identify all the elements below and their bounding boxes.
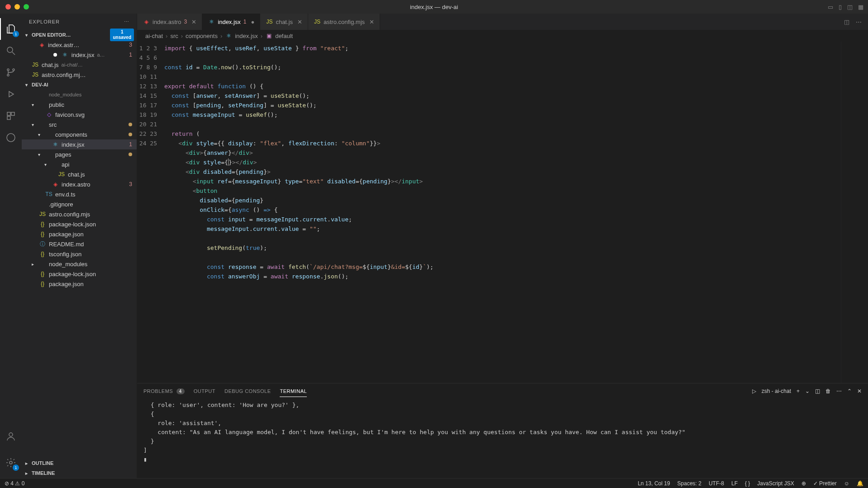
project-section[interactable]: ▾ DEV-AI xyxy=(22,80,137,90)
timeline-section[interactable]: ▸ TIMELINE xyxy=(22,468,137,478)
debug-activity[interactable] xyxy=(0,83,22,105)
tree-item[interactable]: ▾pages xyxy=(22,149,137,159)
bell-icon[interactable]: 🔔 xyxy=(857,480,863,487)
tree-item[interactable]: ▾components xyxy=(22,129,137,139)
tree-item[interactable]: ◈index.astro3 xyxy=(22,179,137,189)
breadcrumb-item[interactable]: src xyxy=(170,33,178,39)
more-icon[interactable]: ⋯ xyxy=(856,19,862,25)
breadcrumb-item[interactable]: index.jsx xyxy=(235,33,258,39)
cursor-position[interactable]: Ln 13, Col 19 xyxy=(638,480,670,487)
account-icon xyxy=(5,431,16,442)
scm-activity[interactable] xyxy=(0,62,22,83)
tree-item[interactable]: ▾api xyxy=(22,159,137,169)
titlebar: index.jsx — dev-ai ▭ ▯ ◫ ▦ xyxy=(0,0,868,14)
eol-status[interactable]: LF xyxy=(731,480,738,487)
chevron-right-icon: ▸ xyxy=(25,461,30,466)
breadcrumb[interactable]: ai-chat›src›components›⚛index.jsx›▣defau… xyxy=(137,30,868,42)
minimize-window[interactable] xyxy=(14,4,20,10)
tree-item[interactable]: ▾src xyxy=(22,120,137,129)
traffic-lights xyxy=(5,4,29,10)
tree-item[interactable]: node_modules xyxy=(22,90,137,100)
extensions-activity[interactable] xyxy=(0,105,22,127)
explorer-activity[interactable]: 1 xyxy=(0,18,22,40)
encoding-status[interactable]: UTF-8 xyxy=(709,480,724,487)
breadcrumb-item[interactable]: default xyxy=(275,33,293,39)
svg-point-3 xyxy=(13,69,14,71)
editor-tab[interactable]: ◈index.astro3✕ xyxy=(137,14,202,30)
output-tab[interactable]: OUTPUT xyxy=(194,386,215,397)
outline-section[interactable]: ▸ OUTLINE xyxy=(22,458,137,468)
editor-tab[interactable]: ⚛index.jsx1● xyxy=(202,14,260,30)
terminal-tab[interactable]: TERMINAL xyxy=(280,386,307,397)
tree-item[interactable]: ◇favicon.svg xyxy=(22,110,137,120)
split-horiz-icon[interactable]: ◫ xyxy=(847,4,853,10)
tree-item[interactable]: {}package.json xyxy=(22,229,137,239)
split-terminal-icon[interactable]: ◫ xyxy=(815,388,820,394)
tree-item[interactable]: JSchat.js xyxy=(22,169,137,179)
tree-item[interactable]: ⚛index.jsx1 xyxy=(22,139,137,149)
open-editors-section[interactable]: ▾ OPEN EDITOR… 1 unsaved xyxy=(22,30,137,40)
git-branch-icon xyxy=(5,67,16,78)
error-warning-status[interactable]: ⊘ 4 ⚠ 0 xyxy=(5,480,24,487)
customize-layout-icon[interactable]: ▦ xyxy=(858,4,863,10)
open-editors-label: OPEN EDITOR… xyxy=(32,32,71,38)
split-editor-icon[interactable]: ◫ xyxy=(844,19,849,25)
debug-tab[interactable]: DEBUG CONSOLE xyxy=(224,386,271,397)
new-terminal-icon[interactable]: + xyxy=(796,388,800,394)
open-editor-item[interactable]: ◈index.astr…3 xyxy=(22,40,137,50)
settings-badge: 1 xyxy=(13,464,19,471)
toggle-sidebar-icon[interactable]: ▯ xyxy=(839,4,842,10)
code-content[interactable]: import { useEffect, useRef, useState } f… xyxy=(164,42,841,383)
tree-item[interactable]: JSastro.config.mjs xyxy=(22,209,137,219)
tree-item[interactable]: ▾public xyxy=(22,100,137,110)
editor-tab[interactable]: JSchat.js✕ xyxy=(260,14,308,30)
tree-item[interactable]: {}package.json xyxy=(22,279,137,289)
feedback-icon[interactable]: ☺ xyxy=(844,480,849,487)
svg-rect-4 xyxy=(7,112,10,115)
terminal-dropdown-icon[interactable]: ⌄ xyxy=(805,388,810,394)
more-icon[interactable]: ⋯ xyxy=(836,388,842,394)
settings-activity[interactable]: 1 xyxy=(0,452,22,474)
code-area[interactable]: 1 2 3 4 5 6 7 8 9 10 11 12 13 14 15 16 1… xyxy=(137,42,868,383)
terminal-name[interactable]: zsh - ai-chat xyxy=(762,388,791,394)
braces-icon[interactable]: { } xyxy=(745,480,750,487)
tree-item[interactable]: ⓘREADME.md xyxy=(22,239,137,249)
close-window[interactable] xyxy=(5,4,11,10)
maximize-panel-icon[interactable]: ⌃ xyxy=(847,388,852,394)
tree-item[interactable]: {}package-lock.json xyxy=(22,219,137,229)
editor-tab[interactable]: JSastro.config.mjs✕ xyxy=(308,14,380,30)
tree-item[interactable]: .gitignore xyxy=(22,199,137,209)
edge-activity[interactable] xyxy=(0,127,22,148)
toggle-panel-icon[interactable]: ▭ xyxy=(828,4,833,10)
tree-item[interactable]: ▸node_modules xyxy=(22,259,137,269)
minimap[interactable] xyxy=(841,42,868,383)
problems-tab[interactable]: PROBLEMS 4 xyxy=(143,386,185,397)
breadcrumb-item[interactable]: ai-chat xyxy=(145,33,163,39)
account-activity[interactable] xyxy=(0,426,22,447)
language-status[interactable]: JavaScript JSX xyxy=(757,480,794,487)
tree-item[interactable]: {}tsconfig.json xyxy=(22,249,137,259)
bottom-panel: PROBLEMS 4 OUTPUT DEBUG CONSOLE TERMINAL… xyxy=(137,383,868,478)
chevron-down-icon: ▾ xyxy=(25,33,30,38)
tree-item[interactable]: TSenv.d.ts xyxy=(22,189,137,199)
close-panel-icon[interactable]: ✕ xyxy=(857,388,862,394)
file-tree: node_modules▾public◇favicon.svg▾src▾comp… xyxy=(22,90,137,458)
more-icon[interactable]: ⋯ xyxy=(124,19,129,25)
open-editor-item[interactable]: JSchat.jsai-chat/… xyxy=(22,60,137,70)
kill-terminal-icon[interactable]: 🗑 xyxy=(825,388,831,394)
maximize-window[interactable] xyxy=(24,4,29,10)
search-activity[interactable] xyxy=(0,40,22,62)
sidebar-header: EXPLORER ⋯ xyxy=(22,14,137,30)
explorer-badge: 1 xyxy=(13,31,19,37)
tree-item[interactable]: {}package-lock.json xyxy=(22,269,137,279)
open-editor-item[interactable]: JSastro.config.mj… xyxy=(22,70,137,80)
indent-status[interactable]: Spaces: 2 xyxy=(677,480,701,487)
prettier-status[interactable]: ✓ Prettier xyxy=(813,480,837,487)
copilot-icon[interactable]: ⊕ xyxy=(801,480,806,487)
terminal-icon: ▷ xyxy=(752,388,756,394)
breadcrumb-item[interactable]: components xyxy=(186,33,218,39)
terminal-body[interactable]: { role: 'user', content: 'How are you?' … xyxy=(137,399,868,478)
svg-rect-6 xyxy=(7,116,10,120)
open-editor-item[interactable]: ⚛index.jsxa…1 xyxy=(22,50,137,60)
editor-tabs: ◈index.astro3✕⚛index.jsx1●JSchat.js✕JSas… xyxy=(137,14,868,30)
